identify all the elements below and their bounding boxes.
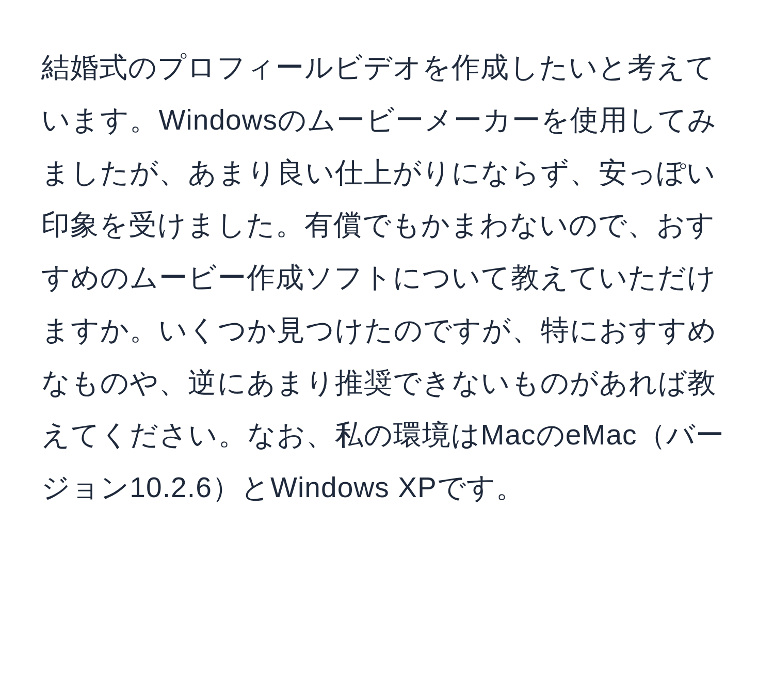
document-body: 結婚式のプロフィールビデオを作成したいと考えています。Windowsのムービーメ… [41,41,733,514]
body-paragraph: 結婚式のプロフィールビデオを作成したいと考えています。Windowsのムービーメ… [41,41,733,514]
